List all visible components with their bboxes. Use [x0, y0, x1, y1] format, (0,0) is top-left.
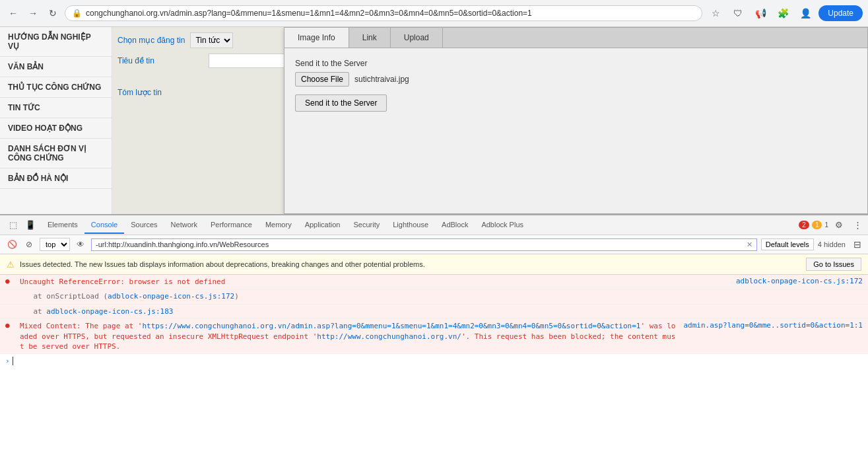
devtools-tab-security[interactable]: Security [347, 217, 386, 234]
sidebar-item-tin-tuc[interactable]: TIN TỨC [0, 98, 112, 118]
prompt-cursor[interactable] [13, 357, 18, 365]
devtools-tab-elements[interactable]: Elements [41, 217, 84, 234]
tin-tuc-select[interactable]: Tin tức [190, 32, 233, 48]
warning-badge: 1 [812, 221, 822, 229]
profile-button[interactable]: 👤 [796, 4, 815, 22]
url-filter-text: -url:http://xuandinh.thanhgiong.info.vn/… [96, 240, 744, 248]
forward-button[interactable]: → [25, 5, 41, 21]
sidebar-item-video[interactable]: VIDEO HOẠT ĐỘNG [0, 118, 112, 139]
back-button[interactable]: ← [5, 5, 21, 21]
tom-luoc-link[interactable]: Tóm lược tin [117, 88, 162, 97]
sidebar-item-thu-tuc[interactable]: THỦ TỤC CÔNG CHỨNG [0, 77, 112, 98]
device-icon[interactable]: 📱 [22, 217, 38, 233]
devtools-tab-performance[interactable]: Performance [204, 217, 259, 234]
tab-link[interactable]: Link [349, 28, 391, 48]
detail-link-1b[interactable]: adblock-onpage-icon-cs.js:183 [46, 307, 173, 316]
browser-chrome: ← → ↻ 🔒 congchunghanoi.org.vn/admin.asp?… [0, 0, 868, 27]
devtools-tabs: ⬚ 📱 Elements Console Sources Network Per… [0, 215, 868, 235]
devtools-tab-memory[interactable]: Memory [259, 217, 298, 234]
bookmark-button[interactable]: ☆ [706, 4, 725, 22]
issues-text: Issues detected. The new Issues tab disp… [20, 260, 425, 268]
sidebar-item-danh-sach[interactable]: DANH SÁCH ĐƠN VỊ CÔNG CHỨNG [0, 139, 112, 168]
dialog-tab-spacer [443, 28, 867, 48]
send-label: Send it to the Server [295, 59, 857, 68]
clear-console-icon[interactable]: 🚫 [5, 238, 18, 251]
chon-muc-link[interactable]: Chọn mục đăng tin [117, 36, 185, 45]
error-link-url[interactable]: http://www.congchunghanoi.org.vn/ [317, 332, 461, 341]
tieu-de-link[interactable]: Tiêu đề tin [117, 56, 203, 65]
sidebar-toggle[interactable]: ⊟ [852, 238, 863, 251]
filter-icon[interactable]: ⊘ [22, 238, 36, 251]
address-text: congchunghanoi.org.vn/admin.asp?lang=0&m… [86, 9, 695, 18]
image-dialog: Image Info Link Upload Send it to the Se… [284, 27, 868, 214]
content-main: Chọn mục đăng tin Tin tức Tiêu đề tin Tó… [112, 27, 868, 214]
file-name: sutichtraivai.jpg [354, 75, 409, 84]
devtools-tab-application[interactable]: Application [298, 217, 347, 234]
extension2-button[interactable]: 📢 [751, 4, 770, 22]
issues-banner: ⚠ Issues detected. The new Issues tab di… [0, 254, 868, 275]
error-text-1: Uncaught ReferenceError: browser is not … [20, 277, 731, 287]
choose-file-button[interactable]: Choose File [295, 72, 349, 87]
warning-icon: ⚠ [7, 260, 15, 270]
eye-icon[interactable]: 👁 [74, 238, 87, 251]
url-filter-input[interactable]: -url:http://xuandinh.thanhgiong.info.vn/… [91, 238, 757, 251]
devtools-tab-adblock[interactable]: AdBlock [435, 217, 475, 234]
go-to-issues-button[interactable]: Go to Issues [806, 258, 861, 271]
error-link-page[interactable]: https://www.congchunghanoi.org.vn/admin.… [142, 322, 640, 330]
devtools-tab-network[interactable]: Network [164, 217, 204, 234]
sidebar-item-van-ban[interactable]: VĂN BẢN [0, 57, 112, 77]
sidebar-nav: HƯỚNG DẪN NGHIỆP VỤ VĂN BẢN THỦ TỤC CÔNG… [0, 27, 112, 214]
nav-bar: ← → ↻ 🔒 congchunghanoi.org.vn/admin.asp?… [0, 0, 868, 26]
refresh-button[interactable]: ↻ [45, 5, 61, 21]
file-input-row: Choose File sutichtraivai.jpg [295, 72, 857, 87]
inspect-icon[interactable]: ⬚ [5, 217, 21, 233]
nav-icons: ☆ 🛡 📢 🧩 👤 Update [706, 4, 863, 22]
devtools-tab-adblock-plus[interactable]: Adblock Plus [475, 217, 530, 234]
devtools-right-icons: 2 1 1 ⚙ ⋮ [799, 217, 865, 233]
devtools-panel: ⬚ 📱 Elements Console Sources Network Per… [0, 214, 868, 471]
extension3-button[interactable]: 🧩 [774, 4, 792, 22]
update-button[interactable]: Update [818, 5, 863, 21]
more-icon[interactable]: ⋮ [850, 217, 865, 233]
detail-link-1a[interactable]: adblock-onpage-icon-cs.js:172 [108, 292, 234, 301]
extension1-button[interactable]: 🛡 [729, 4, 747, 22]
prompt-icon: › [5, 357, 10, 365]
info-badge: 1 [824, 221, 828, 229]
dialog-tabs: Image Info Link Upload [284, 28, 867, 48]
devtools-toolbar: 🚫 ⊘ top 👁 -url:http://xuandinh.thanhgion… [0, 235, 868, 254]
devtools-tab-sources[interactable]: Sources [124, 217, 164, 234]
error-icon-2: ● [5, 321, 15, 330]
devtools-tab-console[interactable]: Console [84, 217, 124, 234]
detail-text-2: at adblock-onpage-icon-cs.js:183 [16, 307, 863, 316]
devtools-tab-lighthouse[interactable]: Lighthouse [386, 217, 435, 234]
console-entry-error2: ● Mixed Content: The page at 'https://ww… [0, 319, 868, 354]
error-text-2: Mixed Content: The page at 'https://www.… [20, 321, 678, 351]
detail-text-1: at onScriptLoad (adblock-onpage-icon-cs.… [16, 291, 863, 301]
send-to-server-button[interactable]: Send it to the Server [295, 94, 387, 112]
sidebar-item-huong-dan[interactable]: HƯỚNG DẪN NGHIỆP VỤ [0, 27, 112, 57]
dialog-body: Send it to the Server Choose File sutich… [284, 48, 867, 122]
url-filter-clear[interactable]: ✕ [747, 240, 752, 249]
content-wrapper: HƯỚNG DẪN NGHIỆP VỤ VĂN BẢN THỦ TỤC CÔNG… [0, 27, 868, 214]
hidden-count: 4 hidden [818, 240, 848, 248]
devtools-left-icons: ⬚ 📱 [3, 217, 41, 233]
console-prompt: › [0, 354, 868, 368]
console-entry-error1: ● Uncaught ReferenceError: browser is no… [0, 275, 868, 289]
settings-icon[interactable]: ⚙ [831, 217, 847, 233]
console-entry-detail1: at onScriptLoad (adblock-onpage-icon-cs.… [0, 289, 868, 304]
tab-upload[interactable]: Upload [391, 28, 443, 48]
address-bar[interactable]: 🔒 congchunghanoi.org.vn/admin.asp?lang=0… [65, 5, 702, 21]
levels-button[interactable]: Default levels [761, 238, 814, 250]
console-output: ● Uncaught ReferenceError: browser is no… [0, 275, 868, 471]
tab-image-info[interactable]: Image Info [284, 28, 349, 48]
error-icon-1: ● [5, 277, 15, 285]
sidebar-item-ban-do[interactable]: BẢN ĐỒ HÀ NỘI [0, 168, 112, 189]
error-link-2[interactable]: admin.asp?lang=0&mme..sortid=0&action=1:… [683, 321, 863, 330]
console-entry-detail2: at adblock-onpage-icon-cs.js:183 [0, 305, 868, 319]
error-message-1: Uncaught ReferenceError: browser is not … [20, 277, 225, 286]
context-select[interactable]: top [40, 238, 70, 251]
lock-icon: 🔒 [72, 9, 82, 18]
error-link-1[interactable]: adblock-onpage-icon-cs.js:172 [736, 277, 863, 285]
error-badge: 2 [799, 221, 809, 229]
